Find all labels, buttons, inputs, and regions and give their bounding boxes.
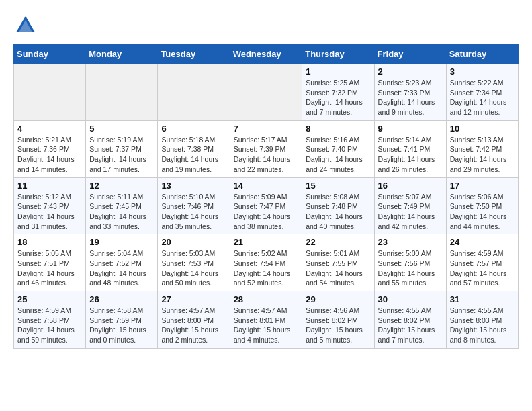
day-number: 11 <box>17 181 82 191</box>
day-detail: Sunrise: 5:22 AM Sunset: 7:34 PM Dayligh… <box>450 78 515 118</box>
calendar-cell: 10Sunrise: 5:13 AM Sunset: 7:42 PM Dayli… <box>446 120 518 177</box>
day-detail: Sunrise: 4:55 AM Sunset: 8:02 PM Dayligh… <box>378 306 443 345</box>
day-detail: Sunrise: 5:25 AM Sunset: 7:32 PM Dayligh… <box>306 78 370 118</box>
day-detail: Sunrise: 4:57 AM Sunset: 8:00 PM Dayligh… <box>161 306 226 345</box>
calendar-week-row: 11Sunrise: 5:12 AM Sunset: 7:43 PM Dayli… <box>14 177 519 234</box>
day-number: 5 <box>89 124 154 134</box>
calendar-cell: 12Sunrise: 5:11 AM Sunset: 7:45 PM Dayli… <box>86 177 158 234</box>
calendar-cell: 24Sunrise: 4:59 AM Sunset: 7:57 PM Dayli… <box>446 234 518 291</box>
day-number: 12 <box>89 181 154 191</box>
day-detail: Sunrise: 4:59 AM Sunset: 7:58 PM Dayligh… <box>17 306 82 345</box>
calendar-cell: 11Sunrise: 5:12 AM Sunset: 7:43 PM Dayli… <box>14 177 86 234</box>
day-detail: Sunrise: 4:58 AM Sunset: 7:59 PM Dayligh… <box>89 306 154 345</box>
calendar-cell <box>230 64 302 121</box>
day-detail: Sunrise: 5:14 AM Sunset: 7:41 PM Dayligh… <box>378 135 443 175</box>
calendar-cell: 7Sunrise: 5:17 AM Sunset: 7:39 PM Daylig… <box>230 120 302 177</box>
calendar-cell: 9Sunrise: 5:14 AM Sunset: 7:41 PM Daylig… <box>374 120 446 177</box>
calendar-cell: 25Sunrise: 4:59 AM Sunset: 7:58 PM Dayli… <box>14 291 86 349</box>
day-number: 21 <box>234 237 299 247</box>
day-detail: Sunrise: 5:00 AM Sunset: 7:56 PM Dayligh… <box>378 248 443 288</box>
calendar-cell: 1Sunrise: 5:25 AM Sunset: 7:32 PM Daylig… <box>302 64 374 121</box>
day-detail: Sunrise: 5:05 AM Sunset: 7:51 PM Dayligh… <box>17 248 82 288</box>
weekday-header-sunday: Sunday <box>14 45 86 64</box>
day-number: 16 <box>378 181 443 191</box>
day-detail: Sunrise: 5:09 AM Sunset: 7:47 PM Dayligh… <box>234 192 299 232</box>
day-detail: Sunrise: 5:02 AM Sunset: 7:54 PM Dayligh… <box>234 248 299 288</box>
calendar-cell: 4Sunrise: 5:21 AM Sunset: 7:36 PM Daylig… <box>14 120 86 177</box>
calendar-cell: 26Sunrise: 4:58 AM Sunset: 7:59 PM Dayli… <box>86 291 158 349</box>
day-detail: Sunrise: 5:12 AM Sunset: 7:43 PM Dayligh… <box>17 192 82 232</box>
day-number: 10 <box>450 124 515 134</box>
day-number: 25 <box>17 294 82 304</box>
calendar-cell: 14Sunrise: 5:09 AM Sunset: 7:47 PM Dayli… <box>230 177 302 234</box>
day-detail: Sunrise: 5:11 AM Sunset: 7:45 PM Dayligh… <box>89 192 154 232</box>
calendar-cell: 22Sunrise: 5:01 AM Sunset: 7:55 PM Dayli… <box>302 234 374 291</box>
calendar-cell: 2Sunrise: 5:23 AM Sunset: 7:33 PM Daylig… <box>374 64 446 121</box>
day-detail: Sunrise: 5:17 AM Sunset: 7:39 PM Dayligh… <box>234 135 299 175</box>
day-number: 6 <box>161 124 226 134</box>
weekday-header-saturday: Saturday <box>446 45 518 64</box>
calendar-week-row: 18Sunrise: 5:05 AM Sunset: 7:51 PM Dayli… <box>14 234 519 291</box>
calendar-cell: 19Sunrise: 5:04 AM Sunset: 7:52 PM Dayli… <box>86 234 158 291</box>
day-number: 9 <box>378 124 443 134</box>
page-header <box>13 13 519 38</box>
calendar-cell: 31Sunrise: 4:55 AM Sunset: 8:03 PM Dayli… <box>446 291 518 349</box>
day-detail: Sunrise: 5:08 AM Sunset: 7:48 PM Dayligh… <box>306 192 370 232</box>
calendar-cell: 8Sunrise: 5:16 AM Sunset: 7:40 PM Daylig… <box>302 120 374 177</box>
day-detail: Sunrise: 5:13 AM Sunset: 7:42 PM Dayligh… <box>450 135 515 175</box>
day-number: 3 <box>450 66 515 77</box>
calendar-week-row: 25Sunrise: 4:59 AM Sunset: 7:58 PM Dayli… <box>14 291 519 349</box>
logo <box>13 13 42 38</box>
calendar-cell: 5Sunrise: 5:19 AM Sunset: 7:37 PM Daylig… <box>86 120 158 177</box>
day-number: 31 <box>450 294 515 304</box>
calendar-cell: 29Sunrise: 4:56 AM Sunset: 8:02 PM Dayli… <box>302 291 374 349</box>
day-number: 17 <box>450 181 515 191</box>
day-number: 19 <box>89 237 154 247</box>
day-detail: Sunrise: 5:04 AM Sunset: 7:52 PM Dayligh… <box>89 248 154 288</box>
calendar-cell: 15Sunrise: 5:08 AM Sunset: 7:48 PM Dayli… <box>302 177 374 234</box>
logo-icon <box>13 13 38 38</box>
day-detail: Sunrise: 4:55 AM Sunset: 8:03 PM Dayligh… <box>450 306 515 345</box>
day-number: 18 <box>17 237 82 247</box>
weekday-header-tuesday: Tuesday <box>158 45 230 64</box>
day-number: 4 <box>17 124 82 134</box>
weekday-header-thursday: Thursday <box>302 45 374 64</box>
weekday-header-monday: Monday <box>86 45 158 64</box>
calendar-cell: 27Sunrise: 4:57 AM Sunset: 8:00 PM Dayli… <box>158 291 230 349</box>
calendar-cell: 23Sunrise: 5:00 AM Sunset: 7:56 PM Dayli… <box>374 234 446 291</box>
calendar-cell: 13Sunrise: 5:10 AM Sunset: 7:46 PM Dayli… <box>158 177 230 234</box>
calendar-cell: 20Sunrise: 5:03 AM Sunset: 7:53 PM Dayli… <box>158 234 230 291</box>
calendar-cell: 3Sunrise: 5:22 AM Sunset: 7:34 PM Daylig… <box>446 64 518 121</box>
calendar-cell: 18Sunrise: 5:05 AM Sunset: 7:51 PM Dayli… <box>14 234 86 291</box>
day-number: 22 <box>306 237 370 247</box>
day-detail: Sunrise: 5:06 AM Sunset: 7:50 PM Dayligh… <box>450 192 515 232</box>
calendar-week-row: 1Sunrise: 5:25 AM Sunset: 7:32 PM Daylig… <box>14 64 519 121</box>
day-number: 29 <box>306 294 370 304</box>
day-detail: Sunrise: 5:07 AM Sunset: 7:49 PM Dayligh… <box>378 192 443 232</box>
day-detail: Sunrise: 5:19 AM Sunset: 7:37 PM Dayligh… <box>89 135 154 175</box>
calendar-table: SundayMondayTuesdayWednesdayThursdayFrid… <box>13 44 519 349</box>
day-detail: Sunrise: 5:10 AM Sunset: 7:46 PM Dayligh… <box>161 192 226 232</box>
calendar-cell <box>14 64 86 121</box>
day-number: 13 <box>161 181 226 191</box>
day-number: 24 <box>450 237 515 247</box>
day-detail: Sunrise: 5:18 AM Sunset: 7:38 PM Dayligh… <box>161 135 226 175</box>
day-detail: Sunrise: 4:59 AM Sunset: 7:57 PM Dayligh… <box>450 248 515 288</box>
calendar-cell: 28Sunrise: 4:57 AM Sunset: 8:01 PM Dayli… <box>230 291 302 349</box>
calendar-cell <box>86 64 158 121</box>
calendar-cell: 21Sunrise: 5:02 AM Sunset: 7:54 PM Dayli… <box>230 234 302 291</box>
day-detail: Sunrise: 5:23 AM Sunset: 7:33 PM Dayligh… <box>378 78 443 118</box>
day-detail: Sunrise: 5:01 AM Sunset: 7:55 PM Dayligh… <box>306 248 370 288</box>
calendar-cell <box>158 64 230 121</box>
day-number: 27 <box>161 294 226 304</box>
day-number: 23 <box>378 237 443 247</box>
day-number: 8 <box>306 124 370 134</box>
day-number: 28 <box>234 294 299 304</box>
weekday-header-wednesday: Wednesday <box>230 45 302 64</box>
day-number: 1 <box>306 66 370 77</box>
day-detail: Sunrise: 5:03 AM Sunset: 7:53 PM Dayligh… <box>161 248 226 288</box>
day-number: 2 <box>378 66 443 77</box>
weekday-header-row: SundayMondayTuesdayWednesdayThursdayFrid… <box>14 45 519 64</box>
day-number: 15 <box>306 181 370 191</box>
weekday-header-friday: Friday <box>374 45 446 64</box>
